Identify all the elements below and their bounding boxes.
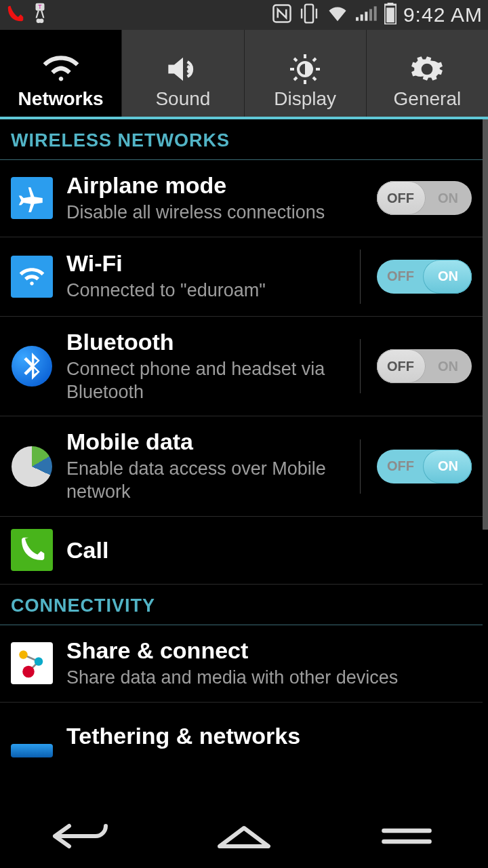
tether-icon xyxy=(11,744,53,757)
tab-label: Display xyxy=(274,88,336,110)
setting-title: Share & connect xyxy=(66,637,472,664)
speaker-icon xyxy=(165,53,201,85)
setting-subtitle: Enable data access over Mobile network xyxy=(66,458,344,504)
signal-icon xyxy=(356,4,378,26)
row-wifi[interactable]: Wi-Fi Connected to "eduroam" OFF ON xyxy=(0,237,483,317)
data-usage-icon xyxy=(12,446,52,487)
wifi-status-icon xyxy=(326,4,349,26)
tab-label: Sound xyxy=(155,88,210,110)
gear-icon xyxy=(410,53,444,85)
tab-label: General xyxy=(394,88,462,110)
tab-networks[interactable]: Networks xyxy=(0,30,122,117)
setting-subtitle: Connect phone and headset via Bluetooth xyxy=(66,358,344,404)
wifi-icon xyxy=(42,53,80,85)
settings-list[interactable]: WIRELESS NETWORKS Airplane mode Disable … xyxy=(0,119,488,803)
svg-rect-6 xyxy=(356,17,359,20)
airplane-toggle[interactable]: OFF ON xyxy=(377,181,472,215)
nfc-icon xyxy=(272,3,292,26)
row-divider xyxy=(360,339,361,393)
setting-title: Mobile data xyxy=(66,429,344,455)
row-divider xyxy=(360,439,361,494)
home-button[interactable] xyxy=(190,812,298,860)
section-wireless-networks: WIRELESS NETWORKS xyxy=(0,119,483,160)
setting-title: Bluetooth xyxy=(66,329,344,355)
row-airplane-mode[interactable]: Airplane mode Disable all wireless conne… xyxy=(0,160,483,237)
airplane-icon xyxy=(11,177,53,219)
setting-title: Wi-Fi xyxy=(66,250,344,277)
vibrate-icon xyxy=(299,2,319,28)
tab-general[interactable]: General xyxy=(367,30,488,117)
svg-point-19 xyxy=(22,666,35,678)
brightness-icon xyxy=(287,53,323,85)
setting-subtitle: Share data and media with other devices xyxy=(66,667,472,690)
tmobile-icon: T xyxy=(31,3,49,27)
svg-point-3 xyxy=(39,19,43,24)
svg-rect-13 xyxy=(386,7,394,22)
svg-rect-10 xyxy=(374,6,377,20)
row-bluetooth[interactable]: Bluetooth Connect phone and headset via … xyxy=(0,317,483,417)
row-share-connect[interactable]: Share & connect Share data and media wit… xyxy=(0,625,483,703)
clock-text: 9:42 AM xyxy=(403,3,483,26)
back-button[interactable] xyxy=(27,812,136,860)
svg-rect-8 xyxy=(365,12,367,20)
setting-title: Tethering & networks xyxy=(66,723,472,749)
svg-rect-9 xyxy=(369,9,372,20)
setting-title: Airplane mode xyxy=(66,172,363,199)
setting-subtitle: Disable all wireless connections xyxy=(66,201,363,224)
svg-point-18 xyxy=(35,657,43,666)
phone-icon xyxy=(11,529,53,571)
row-divider xyxy=(360,250,361,304)
wifi-icon xyxy=(11,256,53,298)
bluetooth-toggle[interactable]: OFF ON xyxy=(377,349,472,383)
battery-icon xyxy=(384,3,396,27)
svg-text:T: T xyxy=(38,4,42,11)
settings-tab-bar: Networks Sound Display General xyxy=(0,30,488,117)
tab-display[interactable]: Display xyxy=(245,30,367,117)
row-tethering-networks[interactable]: Tethering & networks xyxy=(0,703,483,770)
svg-point-17 xyxy=(19,650,28,659)
row-mobile-data[interactable]: Mobile data Enable data access over Mobi… xyxy=(0,416,483,517)
missed-call-icon xyxy=(5,3,26,26)
setting-subtitle: Connected to "eduroam" xyxy=(66,279,344,302)
wifi-toggle[interactable]: OFF ON xyxy=(377,260,472,294)
status-bar: T 9:42 AM xyxy=(0,0,488,30)
row-call[interactable]: Call xyxy=(0,517,483,585)
bluetooth-icon xyxy=(12,346,52,387)
share-connect-icon xyxy=(11,642,53,684)
section-connectivity: CONNECTIVITY xyxy=(0,585,483,625)
scrollbar[interactable] xyxy=(483,119,488,803)
tab-label: Networks xyxy=(18,88,104,110)
tab-sound[interactable]: Sound xyxy=(122,30,244,117)
setting-title: Call xyxy=(66,537,472,564)
svg-rect-5 xyxy=(305,5,313,23)
mobile-data-toggle[interactable]: OFF ON xyxy=(377,450,472,484)
navigation-bar xyxy=(0,803,488,868)
svg-rect-7 xyxy=(361,14,363,20)
menu-button[interactable] xyxy=(352,812,461,860)
